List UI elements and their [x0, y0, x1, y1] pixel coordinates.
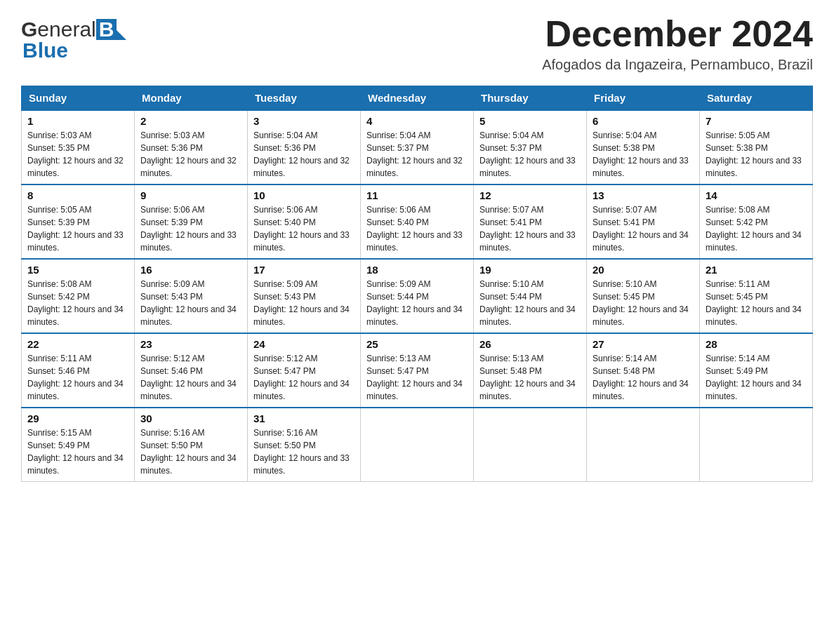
col-thursday: Thursday [474, 86, 587, 111]
calendar-week-row: 15 Sunrise: 5:08 AMSunset: 5:42 PMDaylig… [22, 259, 813, 333]
day-info: Sunrise: 5:03 AMSunset: 5:36 PMDaylight:… [140, 130, 237, 178]
day-info: Sunrise: 5:14 AMSunset: 5:49 PMDaylight:… [706, 354, 802, 401]
calendar-week-row: 22 Sunrise: 5:11 AMSunset: 5:46 PMDaylig… [22, 333, 813, 408]
day-info: Sunrise: 5:13 AMSunset: 5:48 PMDaylight:… [479, 354, 576, 401]
table-row: 28 Sunrise: 5:14 AMSunset: 5:49 PMDaylig… [700, 333, 813, 408]
table-row: 9 Sunrise: 5:06 AMSunset: 5:39 PMDayligh… [135, 185, 248, 259]
day-info: Sunrise: 5:06 AMSunset: 5:39 PMDaylight:… [140, 205, 237, 253]
day-info: Sunrise: 5:09 AMSunset: 5:43 PMDaylight:… [253, 279, 350, 327]
table-row: 5 Sunrise: 5:04 AMSunset: 5:37 PMDayligh… [474, 110, 587, 185]
day-info: Sunrise: 5:07 AMSunset: 5:41 PMDaylight:… [479, 205, 576, 253]
day-info: Sunrise: 5:05 AMSunset: 5:39 PMDaylight:… [27, 205, 124, 253]
day-number: 18 [366, 264, 468, 276]
table-row: 26 Sunrise: 5:13 AMSunset: 5:48 PMDaylig… [474, 333, 587, 408]
day-number: 1 [27, 115, 128, 127]
day-info: Sunrise: 5:16 AMSunset: 5:50 PMDaylight:… [253, 428, 350, 476]
day-number: 28 [706, 338, 807, 350]
day-number: 22 [27, 338, 128, 350]
day-number: 26 [479, 338, 581, 350]
table-row: 10 Sunrise: 5:06 AMSunset: 5:40 PMDaylig… [248, 185, 361, 259]
day-number: 21 [706, 264, 807, 276]
table-row: 19 Sunrise: 5:10 AMSunset: 5:44 PMDaylig… [474, 259, 587, 333]
table-row: 17 Sunrise: 5:09 AMSunset: 5:43 PMDaylig… [248, 259, 361, 333]
table-row: 8 Sunrise: 5:05 AMSunset: 5:39 PMDayligh… [22, 185, 135, 259]
table-row: 3 Sunrise: 5:04 AMSunset: 5:36 PMDayligh… [248, 110, 361, 185]
day-info: Sunrise: 5:12 AMSunset: 5:46 PMDaylight:… [140, 354, 237, 401]
day-info: Sunrise: 5:04 AMSunset: 5:37 PMDaylight:… [479, 130, 576, 178]
day-number: 27 [593, 338, 694, 350]
subtitle: Afogados da Ingazeira, Pernambuco, Brazi… [542, 57, 813, 73]
day-number: 2 [140, 115, 241, 127]
day-number: 25 [366, 338, 468, 350]
day-number: 17 [253, 264, 355, 276]
day-number: 30 [140, 412, 241, 424]
logo-blue-text: Blue [22, 39, 126, 62]
table-row: 24 Sunrise: 5:12 AMSunset: 5:47 PMDaylig… [248, 333, 361, 408]
day-number: 13 [593, 189, 694, 201]
day-info: Sunrise: 5:04 AMSunset: 5:37 PMDaylight:… [366, 130, 463, 178]
col-tuesday: Tuesday [248, 86, 361, 111]
day-number: 29 [27, 412, 128, 424]
calendar-table: Sunday Monday Tuesday Wednesday Thursday… [21, 86, 813, 482]
day-info: Sunrise: 5:08 AMSunset: 5:42 PMDaylight:… [706, 205, 802, 253]
day-number: 10 [253, 189, 355, 201]
day-info: Sunrise: 5:04 AMSunset: 5:36 PMDaylight:… [253, 130, 350, 178]
day-number: 7 [706, 115, 807, 127]
col-monday: Monday [135, 86, 248, 111]
col-friday: Friday [587, 86, 700, 111]
logo: G eneral B Blue [21, 14, 126, 62]
day-info: Sunrise: 5:15 AMSunset: 5:49 PMDaylight:… [27, 428, 124, 476]
table-row: 14 Sunrise: 5:08 AMSunset: 5:42 PMDaylig… [700, 185, 813, 259]
day-info: Sunrise: 5:06 AMSunset: 5:40 PMDaylight:… [366, 205, 463, 253]
day-number: 4 [366, 115, 468, 127]
day-info: Sunrise: 5:11 AMSunset: 5:45 PMDaylight:… [706, 279, 802, 327]
table-row: 29 Sunrise: 5:15 AMSunset: 5:49 PMDaylig… [22, 408, 135, 482]
table-row: 15 Sunrise: 5:08 AMSunset: 5:42 PMDaylig… [22, 259, 135, 333]
table-row: 31 Sunrise: 5:16 AMSunset: 5:50 PMDaylig… [248, 408, 361, 482]
day-number: 19 [479, 264, 581, 276]
day-info: Sunrise: 5:08 AMSunset: 5:42 PMDaylight:… [27, 279, 124, 327]
day-info: Sunrise: 5:10 AMSunset: 5:45 PMDaylight:… [593, 279, 689, 327]
table-row: 20 Sunrise: 5:10 AMSunset: 5:45 PMDaylig… [587, 259, 700, 333]
day-number: 15 [27, 264, 128, 276]
day-number: 20 [593, 264, 694, 276]
table-row: 23 Sunrise: 5:12 AMSunset: 5:46 PMDaylig… [135, 333, 248, 408]
col-wednesday: Wednesday [361, 86, 474, 111]
table-row: 21 Sunrise: 5:11 AMSunset: 5:45 PMDaylig… [700, 259, 813, 333]
table-row: 4 Sunrise: 5:04 AMSunset: 5:37 PMDayligh… [361, 110, 474, 185]
table-row [361, 408, 474, 482]
main-title: December 2024 [542, 14, 813, 54]
day-number: 24 [253, 338, 355, 350]
title-area: December 2024 Afogados da Ingazeira, Per… [542, 14, 813, 73]
calendar-week-row: 29 Sunrise: 5:15 AMSunset: 5:49 PMDaylig… [22, 408, 813, 482]
table-row: 2 Sunrise: 5:03 AMSunset: 5:36 PMDayligh… [135, 110, 248, 185]
day-info: Sunrise: 5:09 AMSunset: 5:43 PMDaylight:… [140, 279, 237, 327]
day-info: Sunrise: 5:07 AMSunset: 5:41 PMDaylight:… [593, 205, 689, 253]
day-number: 14 [706, 189, 807, 201]
col-sunday: Sunday [22, 86, 135, 111]
day-number: 3 [253, 115, 355, 127]
day-info: Sunrise: 5:11 AMSunset: 5:46 PMDaylight:… [27, 354, 124, 401]
table-row: 25 Sunrise: 5:13 AMSunset: 5:47 PMDaylig… [361, 333, 474, 408]
day-info: Sunrise: 5:04 AMSunset: 5:38 PMDaylight:… [593, 130, 689, 178]
table-row: 6 Sunrise: 5:04 AMSunset: 5:38 PMDayligh… [587, 110, 700, 185]
day-number: 9 [140, 189, 241, 201]
table-row: 11 Sunrise: 5:06 AMSunset: 5:40 PMDaylig… [361, 185, 474, 259]
table-row: 16 Sunrise: 5:09 AMSunset: 5:43 PMDaylig… [135, 259, 248, 333]
day-number: 12 [479, 189, 581, 201]
table-row: 22 Sunrise: 5:11 AMSunset: 5:46 PMDaylig… [22, 333, 135, 408]
table-row [700, 408, 813, 482]
header: G eneral B Blue December 2024 Afogados d… [21, 14, 813, 73]
table-row: 27 Sunrise: 5:14 AMSunset: 5:48 PMDaylig… [587, 333, 700, 408]
day-number: 8 [27, 189, 128, 201]
day-number: 16 [140, 264, 241, 276]
day-info: Sunrise: 5:09 AMSunset: 5:44 PMDaylight:… [366, 279, 463, 327]
day-info: Sunrise: 5:14 AMSunset: 5:48 PMDaylight:… [593, 354, 689, 401]
table-row [474, 408, 587, 482]
day-info: Sunrise: 5:16 AMSunset: 5:50 PMDaylight:… [140, 428, 237, 476]
day-number: 31 [253, 412, 355, 424]
day-number: 11 [366, 189, 468, 201]
day-info: Sunrise: 5:06 AMSunset: 5:40 PMDaylight:… [253, 205, 350, 253]
table-row: 13 Sunrise: 5:07 AMSunset: 5:41 PMDaylig… [587, 185, 700, 259]
day-info: Sunrise: 5:13 AMSunset: 5:47 PMDaylight:… [366, 354, 463, 401]
